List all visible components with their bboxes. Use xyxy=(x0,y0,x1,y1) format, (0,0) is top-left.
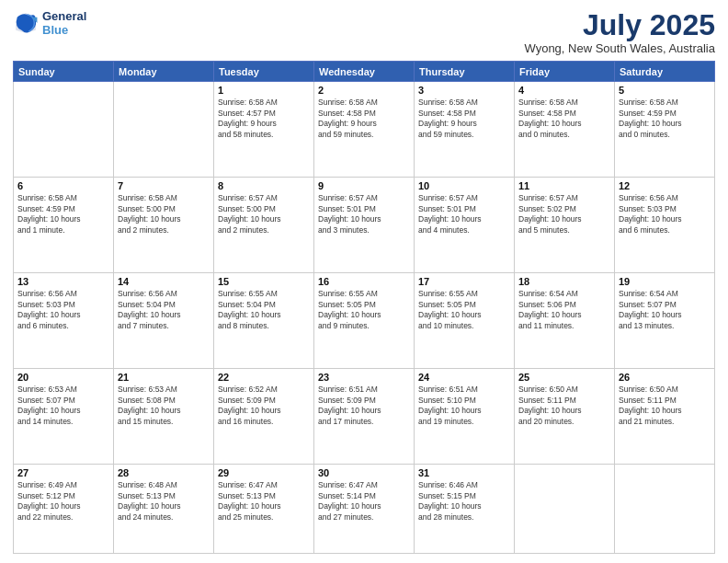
day-number: 13 xyxy=(17,276,109,287)
day-number: 5 xyxy=(619,85,711,96)
day-number: 28 xyxy=(118,467,210,478)
day-number: 29 xyxy=(218,467,310,478)
calendar-cell: 19Sunrise: 6:54 AMSunset: 5:07 PMDayligh… xyxy=(615,273,715,369)
calendar-cell: 24Sunrise: 6:51 AMSunset: 5:10 PMDayligh… xyxy=(415,369,515,465)
location-title: Wyong, New South Wales, Australia xyxy=(525,41,716,55)
day-number: 26 xyxy=(619,372,711,383)
day-info: Sunrise: 6:47 AMSunset: 5:14 PMDaylight:… xyxy=(318,480,410,523)
page: General Blue July 2025 Wyong, New South … xyxy=(0,0,728,563)
calendar-cell: 26Sunrise: 6:50 AMSunset: 5:11 PMDayligh… xyxy=(615,369,715,465)
day-info: Sunrise: 6:58 AMSunset: 4:58 PMDaylight:… xyxy=(418,98,510,140)
day-number: 19 xyxy=(619,276,711,287)
day-number: 23 xyxy=(318,372,410,383)
calendar-week-3: 13Sunrise: 6:56 AMSunset: 5:03 PMDayligh… xyxy=(14,273,715,369)
month-title: July 2025 xyxy=(525,9,716,41)
day-info: Sunrise: 6:55 AMSunset: 5:05 PMDaylight:… xyxy=(418,289,510,331)
day-number: 22 xyxy=(218,372,310,383)
calendar-cell: 7Sunrise: 6:58 AMSunset: 5:00 PMDaylight… xyxy=(114,178,214,273)
calendar-cell: 9Sunrise: 6:57 AMSunset: 5:01 PMDaylight… xyxy=(314,178,415,273)
day-number: 4 xyxy=(518,85,610,96)
day-info: Sunrise: 6:53 AMSunset: 5:07 PMDaylight:… xyxy=(17,385,109,427)
day-info: Sunrise: 6:50 AMSunset: 5:11 PMDaylight:… xyxy=(619,385,711,427)
day-info: Sunrise: 6:58 AMSunset: 4:58 PMDaylight:… xyxy=(318,98,410,140)
day-number: 6 xyxy=(17,180,109,191)
calendar-cell: 5Sunrise: 6:58 AMSunset: 4:59 PMDaylight… xyxy=(615,82,715,178)
day-info: Sunrise: 6:58 AMSunset: 5:00 PMDaylight:… xyxy=(118,193,210,236)
calendar-cell: 11Sunrise: 6:57 AMSunset: 5:02 PMDayligh… xyxy=(515,178,615,273)
day-info: Sunrise: 6:57 AMSunset: 5:01 PMDaylight:… xyxy=(418,193,510,236)
calendar-cell: 15Sunrise: 6:55 AMSunset: 5:04 PMDayligh… xyxy=(214,273,314,369)
calendar-cell: 21Sunrise: 6:53 AMSunset: 5:08 PMDayligh… xyxy=(114,369,214,465)
day-info: Sunrise: 6:54 AMSunset: 5:07 PMDaylight:… xyxy=(619,289,711,331)
day-number: 21 xyxy=(118,372,210,383)
day-info: Sunrise: 6:57 AMSunset: 5:02 PMDaylight:… xyxy=(518,193,610,236)
day-info: Sunrise: 6:47 AMSunset: 5:13 PMDaylight:… xyxy=(218,480,310,523)
calendar-header-friday: Friday xyxy=(515,62,615,82)
calendar-cell: 29Sunrise: 6:47 AMSunset: 5:13 PMDayligh… xyxy=(214,465,314,554)
day-number: 12 xyxy=(619,180,711,191)
day-number: 14 xyxy=(118,276,210,287)
day-info: Sunrise: 6:51 AMSunset: 5:10 PMDaylight:… xyxy=(418,385,510,427)
calendar-header-thursday: Thursday xyxy=(415,62,515,82)
logo: General Blue xyxy=(13,9,86,37)
day-info: Sunrise: 6:54 AMSunset: 5:06 PMDaylight:… xyxy=(518,289,610,331)
calendar-cell: 14Sunrise: 6:56 AMSunset: 5:04 PMDayligh… xyxy=(114,273,214,369)
day-number: 20 xyxy=(17,372,109,383)
day-number: 27 xyxy=(17,467,109,478)
day-info: Sunrise: 6:58 AMSunset: 4:58 PMDaylight:… xyxy=(518,98,610,140)
calendar-header-saturday: Saturday xyxy=(615,62,715,82)
calendar-cell: 17Sunrise: 6:55 AMSunset: 5:05 PMDayligh… xyxy=(415,273,515,369)
calendar-cell: 16Sunrise: 6:55 AMSunset: 5:05 PMDayligh… xyxy=(314,273,415,369)
day-info: Sunrise: 6:57 AMSunset: 5:00 PMDaylight:… xyxy=(218,193,310,236)
calendar-cell: 2Sunrise: 6:58 AMSunset: 4:58 PMDaylight… xyxy=(314,82,415,178)
day-number: 9 xyxy=(318,180,410,191)
calendar-cell: 6Sunrise: 6:58 AMSunset: 4:59 PMDaylight… xyxy=(14,178,114,273)
day-info: Sunrise: 6:46 AMSunset: 5:15 PMDaylight:… xyxy=(418,480,510,523)
calendar-cell xyxy=(114,82,214,178)
calendar-cell: 22Sunrise: 6:52 AMSunset: 5:09 PMDayligh… xyxy=(214,369,314,465)
calendar-header-wednesday: Wednesday xyxy=(314,62,415,82)
day-info: Sunrise: 6:56 AMSunset: 5:03 PMDaylight:… xyxy=(17,289,109,331)
day-number: 18 xyxy=(518,276,610,287)
calendar-cell: 13Sunrise: 6:56 AMSunset: 5:03 PMDayligh… xyxy=(14,273,114,369)
day-number: 3 xyxy=(418,85,510,96)
calendar-cell: 20Sunrise: 6:53 AMSunset: 5:07 PMDayligh… xyxy=(14,369,114,465)
day-number: 31 xyxy=(418,467,510,478)
calendar-cell: 3Sunrise: 6:58 AMSunset: 4:58 PMDaylight… xyxy=(415,82,515,178)
calendar-cell: 25Sunrise: 6:50 AMSunset: 5:11 PMDayligh… xyxy=(515,369,615,465)
day-info: Sunrise: 6:55 AMSunset: 5:04 PMDaylight:… xyxy=(218,289,310,331)
day-info: Sunrise: 6:56 AMSunset: 5:03 PMDaylight:… xyxy=(619,193,711,236)
calendar-cell: 27Sunrise: 6:49 AMSunset: 5:12 PMDayligh… xyxy=(14,465,114,554)
calendar-cell: 23Sunrise: 6:51 AMSunset: 5:09 PMDayligh… xyxy=(314,369,415,465)
day-number: 30 xyxy=(318,467,410,478)
calendar-week-5: 27Sunrise: 6:49 AMSunset: 5:12 PMDayligh… xyxy=(14,465,715,554)
calendar-header-sunday: Sunday xyxy=(14,62,114,82)
day-number: 11 xyxy=(518,180,610,191)
day-number: 16 xyxy=(318,276,410,287)
calendar-cell xyxy=(615,465,715,554)
title-block: July 2025 Wyong, New South Wales, Austra… xyxy=(525,9,716,55)
calendar-cell: 30Sunrise: 6:47 AMSunset: 5:14 PMDayligh… xyxy=(314,465,415,554)
day-info: Sunrise: 6:58 AMSunset: 4:59 PMDaylight:… xyxy=(619,98,711,140)
day-number: 7 xyxy=(118,180,210,191)
day-info: Sunrise: 6:51 AMSunset: 5:09 PMDaylight:… xyxy=(318,385,410,427)
calendar-cell: 8Sunrise: 6:57 AMSunset: 5:00 PMDaylight… xyxy=(214,178,314,273)
calendar-header-tuesday: Tuesday xyxy=(214,62,314,82)
calendar-header-monday: Monday xyxy=(114,62,214,82)
logo-text: General Blue xyxy=(42,9,86,37)
header: General Blue July 2025 Wyong, New South … xyxy=(13,9,715,55)
day-info: Sunrise: 6:49 AMSunset: 5:12 PMDaylight:… xyxy=(17,480,109,523)
calendar-cell: 18Sunrise: 6:54 AMSunset: 5:06 PMDayligh… xyxy=(515,273,615,369)
day-number: 15 xyxy=(218,276,310,287)
day-number: 17 xyxy=(418,276,510,287)
day-info: Sunrise: 6:48 AMSunset: 5:13 PMDaylight:… xyxy=(118,480,210,523)
calendar-cell: 4Sunrise: 6:58 AMSunset: 4:58 PMDaylight… xyxy=(515,82,615,178)
day-number: 10 xyxy=(418,180,510,191)
day-number: 25 xyxy=(518,372,610,383)
day-number: 24 xyxy=(418,372,510,383)
calendar-cell: 10Sunrise: 6:57 AMSunset: 5:01 PMDayligh… xyxy=(415,178,515,273)
day-number: 8 xyxy=(218,180,310,191)
logo-icon xyxy=(13,10,39,36)
calendar-cell: 12Sunrise: 6:56 AMSunset: 5:03 PMDayligh… xyxy=(615,178,715,273)
calendar-week-4: 20Sunrise: 6:53 AMSunset: 5:07 PMDayligh… xyxy=(14,369,715,465)
